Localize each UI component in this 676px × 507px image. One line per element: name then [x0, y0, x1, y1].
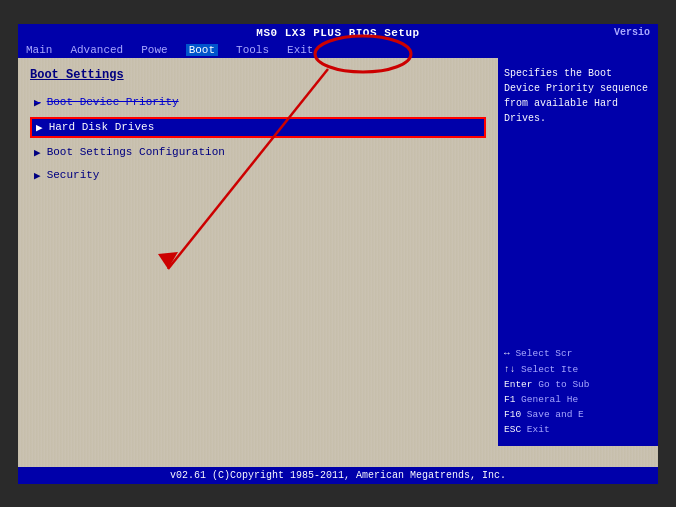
entry-boot-settings-config[interactable]: ▶ Boot Settings Configuration	[30, 144, 486, 161]
entry-hard-disk-drives[interactable]: ▶ Hard Disk Drives	[30, 117, 486, 138]
menu-tools[interactable]: Tools	[236, 44, 269, 56]
menu-exit[interactable]: Exit	[287, 44, 313, 56]
entry-label-4: Security	[47, 169, 100, 181]
menu-advanced[interactable]: Advanced	[70, 44, 123, 56]
bios-title: MS0 LX3 PLUS BIOS Setup	[256, 27, 419, 39]
footer-text: v02.61 (C)Copyright 1985-2011, American …	[170, 470, 506, 481]
key-legend-row-4: F1 General He	[504, 392, 652, 407]
menu-bar: Main Advanced Powe Boot Tools Exit	[18, 42, 658, 58]
content-area: Boot Settings ▶ Boot Device Priority ▶ H…	[18, 58, 658, 446]
entry-boot-device-priority[interactable]: ▶ Boot Device Priority	[30, 94, 486, 111]
bios-screen: MS0 LX3 PLUS BIOS Setup Versio Main Adva…	[18, 24, 658, 484]
key-legend-row-5: F10 Save and E	[504, 407, 652, 422]
key-legend-row-6: ESC Exit	[504, 422, 652, 437]
key-legend-row-2: ↑↓ Select Ite	[504, 362, 652, 377]
menu-boot[interactable]: Boot	[186, 44, 218, 56]
arrow-icon-2: ▶	[36, 121, 43, 134]
entry-label-1: Boot Device Priority	[47, 96, 179, 108]
key-legend-row-1: ↔ Select Scr	[504, 346, 652, 361]
section-title: Boot Settings	[30, 68, 486, 82]
entry-security[interactable]: ▶ Security	[30, 167, 486, 184]
footer-bar: v02.61 (C)Copyright 1985-2011, American …	[18, 467, 658, 484]
key-legend-row-3: Enter Go to Sub	[504, 377, 652, 392]
menu-main[interactable]: Main	[26, 44, 52, 56]
right-panel: Specifies the Boot Device Priority seque…	[498, 58, 658, 446]
left-panel: Boot Settings ▶ Boot Device Priority ▶ H…	[18, 58, 498, 446]
arrow-icon-1: ▶	[34, 96, 41, 109]
arrow-icon-3: ▶	[34, 146, 41, 159]
top-bar: MS0 LX3 PLUS BIOS Setup Versio	[18, 24, 658, 42]
key-legend: ↔ Select Scr ↑↓ Select Ite Enter Go to S…	[504, 346, 652, 437]
menu-power[interactable]: Powe	[141, 44, 167, 56]
entry-label-2: Hard Disk Drives	[49, 121, 155, 133]
bios-background: MS0 LX3 PLUS BIOS Setup Versio Main Adva…	[18, 24, 658, 484]
help-text: Specifies the Boot Device Priority seque…	[504, 66, 652, 126]
version-label: Versio	[614, 27, 650, 38]
monitor: MS0 LX3 PLUS BIOS Setup Versio Main Adva…	[0, 0, 676, 507]
entry-label-3: Boot Settings Configuration	[47, 146, 225, 158]
arrow-icon-4: ▶	[34, 169, 41, 182]
